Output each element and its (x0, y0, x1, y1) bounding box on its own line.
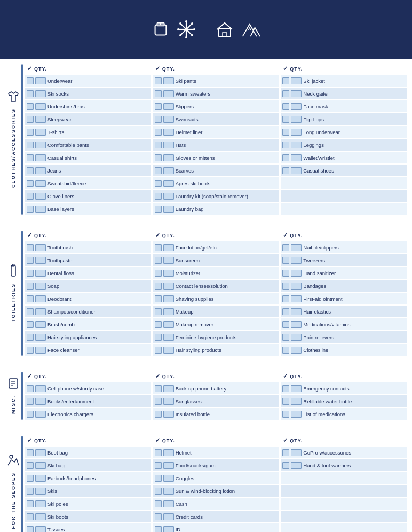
checkbox[interactable] (282, 308, 289, 315)
checkbox[interactable] (27, 334, 34, 341)
qty-box[interactable] (163, 500, 174, 507)
qty-box[interactable] (163, 154, 174, 161)
qty-box[interactable] (163, 142, 174, 148)
checkbox[interactable] (282, 295, 289, 302)
qty-box[interactable] (291, 77, 302, 84)
qty-box[interactable] (291, 283, 302, 290)
checkbox[interactable] (27, 462, 34, 469)
checkbox[interactable] (282, 103, 289, 110)
qty-box[interactable] (163, 475, 174, 482)
checkbox[interactable] (27, 526, 34, 533)
qty-box[interactable] (291, 334, 302, 341)
checkbox[interactable] (282, 154, 289, 161)
qty-box[interactable] (291, 257, 302, 264)
qty-box[interactable] (163, 449, 174, 456)
checkbox[interactable] (27, 411, 34, 418)
qty-box[interactable] (163, 321, 174, 328)
qty-box[interactable] (163, 103, 174, 110)
qty-box[interactable] (291, 321, 302, 328)
checkbox[interactable] (282, 449, 289, 456)
qty-box[interactable] (35, 270, 46, 277)
qty-box[interactable] (163, 283, 174, 290)
checkbox[interactable] (282, 129, 289, 136)
qty-box[interactable] (291, 385, 302, 392)
qty-box[interactable] (35, 449, 46, 456)
qty-box[interactable] (291, 103, 302, 110)
checkbox[interactable] (282, 398, 289, 405)
checkbox[interactable] (155, 116, 162, 123)
checkbox[interactable] (155, 500, 162, 507)
qty-box[interactable] (163, 193, 174, 200)
checkbox[interactable] (27, 193, 34, 200)
qty-box[interactable] (291, 270, 302, 277)
qty-box[interactable] (35, 334, 46, 341)
checkbox[interactable] (282, 270, 289, 277)
checkbox[interactable] (27, 475, 34, 482)
qty-box[interactable] (35, 308, 46, 315)
checkbox[interactable] (155, 488, 162, 495)
checkbox[interactable] (282, 283, 289, 290)
checkbox[interactable] (155, 462, 162, 469)
qty-box[interactable] (163, 513, 174, 520)
checkbox[interactable] (282, 257, 289, 264)
qty-box[interactable] (35, 180, 46, 187)
checkbox[interactable] (27, 257, 34, 264)
checkbox[interactable] (155, 167, 162, 174)
qty-box[interactable] (291, 244, 302, 251)
qty-box[interactable] (291, 295, 302, 302)
qty-box[interactable] (35, 411, 46, 418)
qty-box[interactable] (291, 411, 302, 418)
qty-box[interactable] (163, 308, 174, 315)
qty-box[interactable] (291, 449, 302, 456)
checkbox[interactable] (155, 334, 162, 341)
qty-box[interactable] (291, 154, 302, 161)
checkbox[interactable] (282, 142, 289, 148)
checkbox[interactable] (155, 257, 162, 264)
qty-box[interactable] (291, 398, 302, 405)
qty-box[interactable] (163, 488, 174, 495)
checkbox[interactable] (282, 347, 289, 354)
qty-box[interactable] (291, 347, 302, 354)
checkbox[interactable] (155, 475, 162, 482)
qty-box[interactable] (35, 347, 46, 354)
checkbox[interactable] (155, 347, 162, 354)
checkbox[interactable] (27, 321, 34, 328)
qty-box[interactable] (291, 129, 302, 136)
qty-box[interactable] (35, 398, 46, 405)
checkbox[interactable] (282, 116, 289, 123)
qty-box[interactable] (163, 347, 174, 354)
checkbox[interactable] (155, 77, 162, 84)
qty-box[interactable] (35, 475, 46, 482)
checkbox[interactable] (27, 500, 34, 507)
checkbox[interactable] (27, 154, 34, 161)
checkbox[interactable] (155, 142, 162, 148)
qty-box[interactable] (163, 385, 174, 392)
checkbox[interactable] (27, 116, 34, 123)
checkbox[interactable] (27, 308, 34, 315)
checkbox[interactable] (155, 308, 162, 315)
checkbox[interactable] (155, 449, 162, 456)
qty-box[interactable] (291, 462, 302, 469)
checkbox[interactable] (27, 398, 34, 405)
checkbox[interactable] (282, 77, 289, 84)
qty-box[interactable] (163, 295, 174, 302)
qty-box[interactable] (163, 129, 174, 136)
qty-box[interactable] (163, 334, 174, 341)
checkbox[interactable] (155, 244, 162, 251)
qty-box[interactable] (163, 90, 174, 97)
checkbox[interactable] (155, 295, 162, 302)
qty-box[interactable] (35, 513, 46, 520)
qty-box[interactable] (35, 244, 46, 251)
qty-box[interactable] (35, 257, 46, 264)
qty-box[interactable] (163, 526, 174, 533)
checkbox[interactable] (27, 244, 34, 251)
checkbox[interactable] (27, 449, 34, 456)
qty-box[interactable] (163, 167, 174, 174)
checkbox[interactable] (155, 321, 162, 328)
checkbox[interactable] (27, 385, 34, 392)
checkbox[interactable] (155, 129, 162, 136)
qty-box[interactable] (35, 462, 46, 469)
qty-box[interactable] (35, 206, 46, 213)
qty-box[interactable] (35, 283, 46, 290)
checkbox[interactable] (155, 411, 162, 418)
